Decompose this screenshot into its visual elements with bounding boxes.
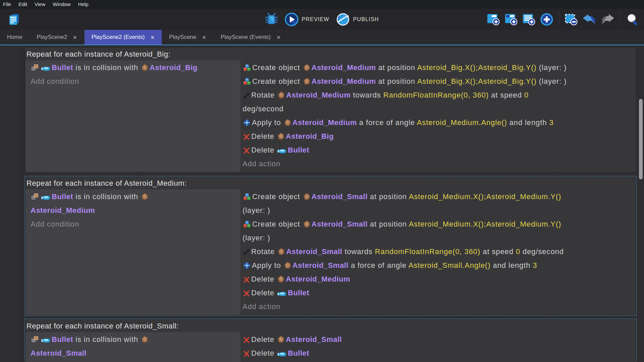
token-obj: Asteroid_Small: [31, 349, 87, 357]
debug-button[interactable]: [264, 11, 279, 27]
delete-selection-icon: [565, 13, 578, 26]
add-action-button[interactable]: Add action: [243, 300, 633, 313]
menu-view[interactable]: View: [31, 0, 49, 9]
event-drag-handle[interactable]: [21, 320, 25, 362]
search-button[interactable]: [625, 11, 641, 27]
menu-help[interactable]: Help: [74, 0, 92, 9]
toolbar-separator: [620, 12, 621, 26]
token-text: and length: [507, 118, 549, 127]
tab-playscene2-events[interactable]: PlayScene2 (Events) ✕: [85, 30, 162, 45]
token-obj: Asteroid_Medium: [286, 91, 351, 99]
token-expr: Asteroid_Medium.Angle(): [417, 118, 507, 127]
preview-button[interactable]: PREVIEW: [283, 11, 330, 28]
publish-button[interactable]: PUBLISH: [335, 11, 380, 28]
event-block[interactable]: Repeat for each instance of Asteroid_Med…: [21, 177, 636, 315]
tab-close-icon[interactable]: ✕: [202, 35, 206, 40]
token-obj: Asteroid_Medium: [312, 77, 376, 85]
event-block[interactable]: Repeat for each instance of Asteroid_Big…: [21, 48, 636, 172]
events-sheet[interactable]: Repeat for each instance of Asteroid_Big…: [0, 45, 644, 362]
add-sub-event-button[interactable]: [503, 12, 519, 27]
action-row[interactable]: Create object Asteroid_Small at position…: [243, 190, 633, 217]
create-icon: [243, 78, 251, 85]
token-text: at speed: [489, 91, 524, 99]
token-text: Delete: [251, 289, 277, 297]
tab-home[interactable]: Home: [0, 30, 30, 45]
action-row[interactable]: Create object Asteroid_Medium at positio…: [243, 74, 633, 88]
event-header[interactable]: Repeat for each instance of Asteroid_Big…: [25, 48, 636, 60]
menu-window[interactable]: Window: [49, 0, 74, 9]
asteroid-icon: [277, 275, 284, 283]
token-text: towards: [351, 91, 383, 99]
token-text: Delete: [251, 349, 277, 357]
add-comment-button[interactable]: [521, 12, 537, 27]
conditions-panel: Bullet is in collision with Asteroid_Med…: [25, 189, 240, 315]
action-row[interactable]: Delete Asteroid_Big: [243, 129, 633, 143]
event-header[interactable]: Repeat for each instance of Asteroid_Sma…: [25, 320, 636, 332]
action-row[interactable]: Delete Bullet: [243, 143, 633, 157]
asteroid-icon: [284, 261, 291, 269]
tab-close-icon[interactable]: ✕: [73, 35, 77, 40]
add-event-icon: [487, 13, 500, 26]
event-header[interactable]: Repeat for each instance of Asteroid_Med…: [25, 177, 636, 189]
preview-label: PREVIEW: [302, 16, 329, 22]
token-text: Rotate: [251, 247, 277, 256]
asteroid-icon: [303, 77, 310, 85]
delete-icon: [243, 290, 250, 297]
event-block[interactable]: Repeat for each instance of Asteroid_Sma…: [21, 320, 636, 362]
project-manager-button[interactable]: [5, 11, 22, 28]
scrollbar-thumb[interactable]: [639, 99, 643, 179]
tab-label: PlayScene: [169, 34, 196, 41]
add-condition-button[interactable]: Add condition: [31, 74, 237, 88]
delete-icon: [243, 337, 250, 343]
tab-playscene2[interactable]: PlayScene2 ✕: [30, 30, 84, 45]
action-row[interactable]: Apply to Asteroid_Medium a force of angl…: [243, 116, 633, 129]
event-drag-handle[interactable]: [21, 177, 25, 315]
token-text: (layer: ): [537, 63, 567, 72]
add-condition-button[interactable]: Add condition: [31, 360, 237, 362]
token-obj: Bullet: [288, 289, 309, 297]
menu-bar: File Edit View Window Help: [0, 0, 644, 9]
create-icon: [243, 64, 251, 71]
action-row[interactable]: Rotate Asteroid_Small towards RandomFloa…: [243, 245, 633, 258]
asteroid-icon: [277, 336, 284, 343]
delete-icon: [243, 147, 250, 154]
menu-file[interactable]: File: [0, 0, 15, 9]
asteroid-icon: [141, 64, 148, 71]
tab-close-icon[interactable]: ✕: [276, 35, 281, 40]
condition-row[interactable]: Bullet is in collision with Asteroid_Med…: [31, 190, 237, 217]
action-row[interactable]: Delete Bullet: [243, 286, 633, 300]
token-obj: Asteroid_Medium: [31, 206, 95, 215]
force-icon: [243, 119, 251, 126]
add-other-button[interactable]: [539, 11, 555, 27]
publish-label: PUBLISH: [353, 16, 379, 22]
add-sub-event-icon: [504, 13, 518, 26]
token-expr: Asteroid_Big.X();Asteroid_Big.Y(): [417, 77, 537, 85]
add-event-button[interactable]: [485, 12, 501, 27]
add-condition-button[interactable]: Add condition: [31, 217, 237, 231]
event-drag-handle[interactable]: [21, 48, 25, 172]
add-action-button[interactable]: Add action: [243, 360, 633, 362]
redo-button[interactable]: [599, 12, 616, 27]
menu-edit[interactable]: Edit: [15, 0, 31, 9]
action-row[interactable]: Delete Bullet: [243, 346, 633, 360]
condition-row[interactable]: Bullet is in collision with Asteroid_Big: [31, 61, 237, 74]
action-row[interactable]: Rotate Asteroid_Medium towards RandomFlo…: [243, 88, 633, 116]
action-row[interactable]: Create object Asteroid_Small at position…: [243, 217, 633, 245]
condition-row[interactable]: Bullet is in collision with Asteroid_Sma…: [31, 333, 237, 360]
add-action-button[interactable]: Add action: [243, 157, 633, 171]
token-obj: Asteroid_Big: [286, 132, 334, 140]
action-row[interactable]: Create object Asteroid_Medium at positio…: [243, 61, 633, 74]
action-row[interactable]: Apply to Asteroid_Small a force of angle…: [243, 258, 633, 272]
token-obj: Bullet: [52, 63, 73, 72]
delete-selection-button[interactable]: [563, 12, 579, 27]
token-expr: 0: [516, 247, 520, 256]
add-plus-icon: [540, 13, 553, 26]
token-obj: Asteroid_Medium: [292, 118, 357, 127]
tab-playscene-events[interactable]: PlayScene (Events) ✕: [214, 30, 288, 45]
undo-button[interactable]: [581, 12, 598, 27]
action-row[interactable]: Delete Asteroid_Small: [243, 333, 633, 346]
delete-icon: [243, 277, 250, 283]
action-row[interactable]: Delete Asteroid_Medium: [243, 272, 633, 286]
tab-close-icon[interactable]: ✕: [150, 35, 155, 40]
tab-playscene[interactable]: PlayScene ✕: [162, 30, 214, 45]
